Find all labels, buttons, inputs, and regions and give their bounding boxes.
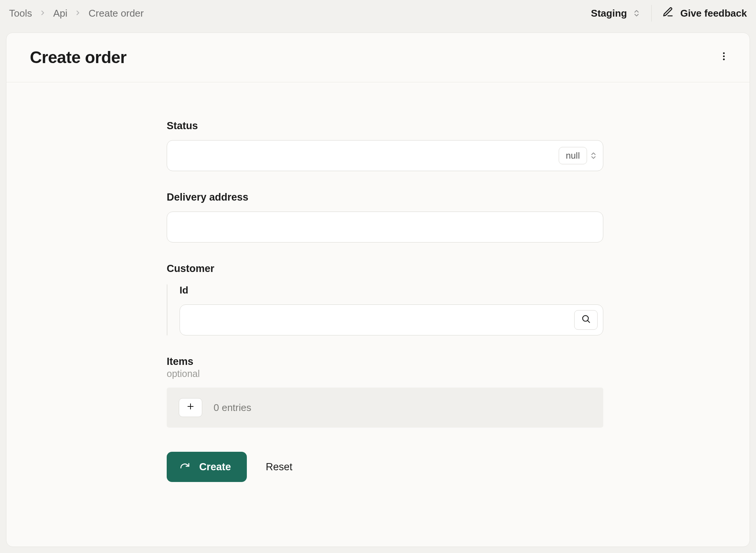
environment-selector[interactable]: Staging [591,8,640,19]
delivery-address-input-wrap [167,212,603,243]
status-type-badge[interactable]: null [559,147,587,164]
reset-button[interactable]: Reset [266,461,293,473]
field-status: Status null [167,120,603,171]
environment-label: Staging [591,8,627,19]
give-feedback-label: Give feedback [680,8,747,19]
edit-icon [662,6,674,20]
give-feedback-button[interactable]: Give feedback [662,6,747,20]
svg-point-1 [723,56,725,57]
field-customer: Customer Id [167,263,603,335]
create-button-label: Create [199,461,231,473]
customer-id-input[interactable] [188,305,574,335]
plus-icon [186,402,195,413]
more-vertical-icon [719,51,729,64]
status-input[interactable] [175,141,559,171]
svg-line-4 [588,321,590,323]
chevrons-updown-icon [632,9,641,17]
form-actions: Create Reset [167,452,603,482]
field-delivery-address: Delivery address [167,192,603,243]
svg-point-2 [723,59,725,60]
customer-id-input-wrap [180,304,603,335]
main-card: Create order Status null Del [6,32,750,547]
status-label: Status [167,120,603,132]
breadcrumb: Tools Api Create order [9,8,144,19]
breadcrumb-current: Create order [88,8,144,19]
add-item-button[interactable] [179,398,202,417]
svg-point-0 [723,53,725,54]
items-label: Items [167,356,603,368]
topbar-right: Staging Give feedback [591,5,747,22]
divider [651,5,652,22]
customer-label: Customer [167,263,603,275]
breadcrumb-tools[interactable]: Tools [9,8,32,19]
card-body: Status null Delivery address Customer [6,82,750,547]
chevron-right-icon [74,8,82,19]
delivery-address-label: Delivery address [167,192,603,203]
chevrons-updown-icon[interactable] [589,151,598,160]
customer-nested: Id [167,284,603,335]
create-order-form: Status null Delivery address Customer [167,120,603,482]
breadcrumb-api[interactable]: Api [53,8,68,19]
create-button[interactable]: Create [167,452,247,482]
items-label-block: Items optional [167,356,603,379]
topbar: Tools Api Create order Staging Give feed… [0,0,756,29]
customer-search-button[interactable] [574,310,598,330]
items-entries-box: 0 entries [167,388,603,428]
delivery-address-input[interactable] [175,212,598,242]
customer-id-label: Id [180,284,603,296]
status-input-wrap: null [167,140,603,171]
search-icon [581,314,591,326]
items-entries-count: 0 entries [214,402,251,414]
chevron-right-icon [39,8,46,19]
page-title: Create order [30,48,127,67]
more-options-button[interactable] [716,50,731,65]
svg-point-3 [582,315,588,321]
card-header: Create order [6,33,750,82]
redo-icon [180,460,190,474]
items-sublabel: optional [167,368,603,379]
field-items: Items optional 0 entries [167,356,603,428]
